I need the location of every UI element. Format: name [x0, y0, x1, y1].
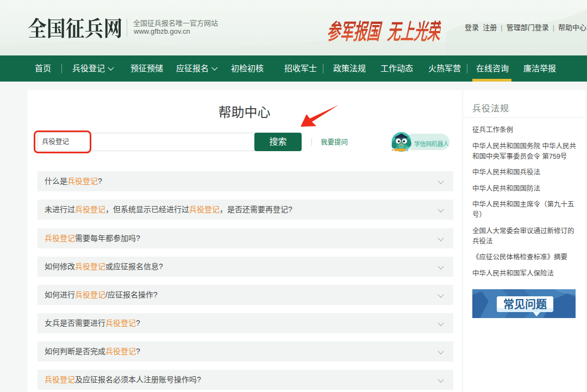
svg-text:常见问题: 常见问题 [503, 298, 547, 310]
